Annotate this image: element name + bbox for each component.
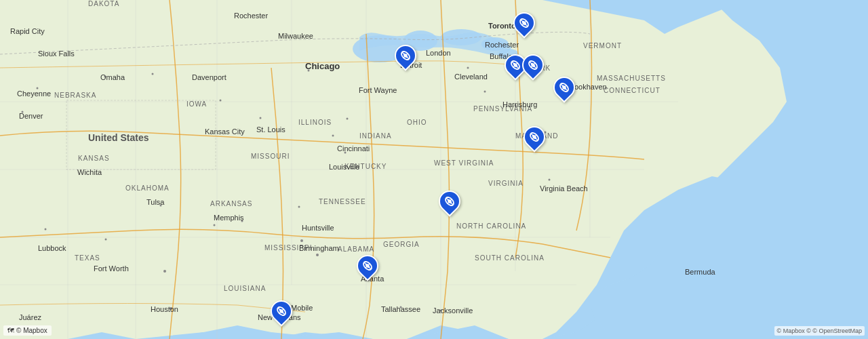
openstreetmap-credit: © OpenStreetMap: [812, 327, 862, 334]
marker-detroit[interactable]: [395, 45, 416, 66]
separator: ©: [806, 327, 812, 334]
svg-point-43: [104, 76, 106, 78]
svg-point-28: [260, 117, 262, 119]
svg-point-24: [308, 70, 310, 72]
svg-point-49: [440, 310, 442, 312]
stadium-icon-toronto: [518, 17, 530, 29]
svg-point-45: [214, 224, 216, 226]
stadium-icon-ny2: [527, 59, 539, 71]
svg-point-50: [163, 270, 166, 273]
svg-point-27: [344, 152, 347, 154]
svg-point-47: [298, 206, 300, 208]
stadium-icon-ny1: [509, 59, 521, 71]
marker-atlanta[interactable]: [357, 255, 378, 277]
svg-point-20: [300, 239, 303, 242]
svg-point-36: [160, 205, 162, 207]
map-container: United States NEBRASKA IOWA ILLINOIS IND…: [0, 0, 868, 339]
mapbox-logo-symbol: 🗺: [7, 327, 14, 334]
marker-dc[interactable]: [524, 126, 545, 148]
stadium-icon-detroit: [399, 49, 412, 62]
stadium-icon-nc: [443, 195, 456, 207]
stadium-icon-dc: [528, 131, 540, 143]
marker-icon-nc[interactable]: [434, 186, 465, 216]
stadium-icon-new-orleans: [275, 305, 288, 317]
stadium-icon-brookhaven: [558, 81, 570, 94]
svg-point-29: [220, 100, 222, 102]
marker-nc[interactable]: [439, 191, 460, 212]
marker-ny2[interactable]: [522, 54, 544, 76]
marker-icon-ny2[interactable]: [517, 49, 548, 80]
svg-point-41: [22, 111, 24, 113]
svg-point-48: [400, 306, 402, 308]
svg-point-35: [549, 179, 551, 181]
mapbox-text: © Mapbox: [16, 327, 47, 334]
svg-point-30: [467, 67, 469, 69]
svg-point-32: [515, 104, 517, 106]
mapbox-credit: © Mapbox: [777, 327, 805, 334]
marker-toronto[interactable]: [513, 12, 535, 34]
svg-point-44: [152, 73, 154, 75]
svg-point-25: [347, 118, 349, 120]
svg-point-39: [105, 239, 107, 241]
osm-attribution: © Mapbox © © OpenStreetMap: [774, 326, 865, 336]
stadium-icon-atlanta: [361, 260, 374, 272]
marker-icon-atlanta[interactable]: [352, 250, 382, 281]
svg-point-42: [37, 87, 39, 89]
marker-icon-toronto[interactable]: [509, 7, 539, 38]
svg-point-31: [484, 91, 486, 93]
marker-icon-dc[interactable]: [519, 121, 549, 152]
svg-point-26: [332, 135, 334, 137]
marker-icon-new-orleans[interactable]: [266, 296, 296, 326]
svg-point-40: [45, 228, 47, 231]
marker-brookhaven[interactable]: [553, 77, 575, 98]
marker-new-orleans[interactable]: [271, 300, 292, 322]
map-svg: [0, 0, 868, 339]
svg-point-46: [241, 220, 243, 222]
mapbox-attribution[interactable]: 🗺 © Mapbox: [3, 325, 52, 336]
svg-point-38: [170, 308, 172, 310]
marker-icon-brookhaven[interactable]: [549, 72, 579, 102]
marker-icon-detroit[interactable]: [390, 40, 420, 71]
svg-point-21: [316, 254, 319, 256]
